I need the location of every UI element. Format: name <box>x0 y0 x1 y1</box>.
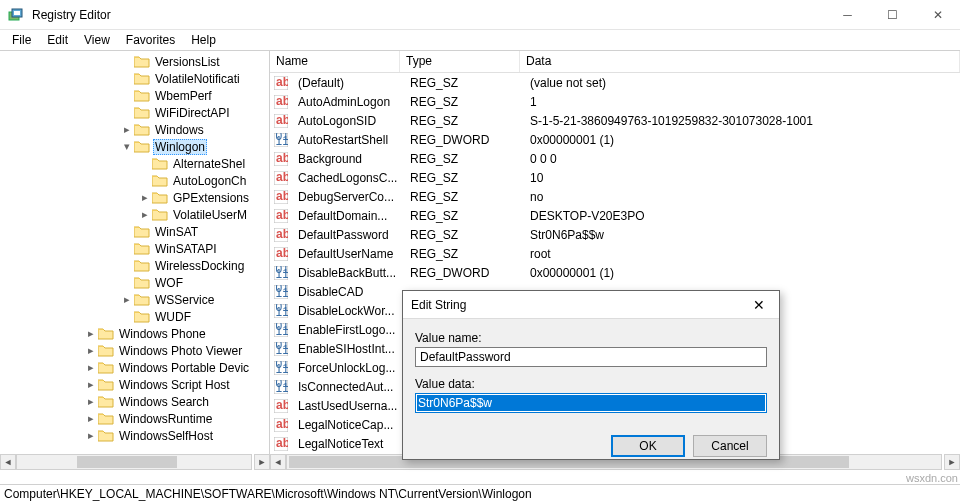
value-data-label: Value data: <box>415 377 767 391</box>
list-row[interactable]: abBackgroundREG_SZ0 0 0 <box>270 149 960 168</box>
expander-icon[interactable]: ▸ <box>120 293 134 306</box>
cancel-button[interactable]: Cancel <box>693 435 767 457</box>
value-name: LastUsedUserna... <box>292 399 404 413</box>
tree-item[interactable]: WOF <box>2 274 269 291</box>
value-type: REG_SZ <box>404 247 524 261</box>
scroll-left-list[interactable]: ◄ <box>270 454 286 470</box>
list-row[interactable]: ab(Default)REG_SZ(value not set) <box>270 73 960 92</box>
tree-item[interactable]: WUDF <box>2 308 269 325</box>
tree-item[interactable]: WiFiDirectAPI <box>2 104 269 121</box>
tree-item[interactable]: ▸Windows <box>2 121 269 138</box>
folder-icon <box>134 242 150 256</box>
tree-item[interactable]: WinSAT <box>2 223 269 240</box>
value-name: AutoRestartShell <box>292 133 404 147</box>
tree-item[interactable]: ▸WindowsRuntime <box>2 410 269 427</box>
scroll-track-tree[interactable] <box>16 454 252 470</box>
svg-text:ab: ab <box>276 152 288 165</box>
column-type[interactable]: Type <box>400 51 520 72</box>
tree-label: VolatileNotificati <box>153 72 242 86</box>
edit-string-dialog: Edit String ✕ Value name: Value data: St… <box>402 290 780 460</box>
list-row[interactable]: abAutoLogonSIDREG_SZS-1-5-21-3860949763-… <box>270 111 960 130</box>
menu-favorites[interactable]: Favorites <box>118 31 183 49</box>
list-row[interactable]: 011110DisableBackButt...REG_DWORD0x00000… <box>270 263 960 282</box>
value-data-input[interactable]: Str0N6Pa$$w <box>415 393 767 413</box>
svg-text:110: 110 <box>276 286 289 299</box>
ok-button[interactable]: OK <box>611 435 685 457</box>
value-data: 0x00000001 (1) <box>524 133 960 147</box>
list-header[interactable]: Name Type Data <box>270 51 960 73</box>
list-row[interactable]: abAutoAdminLogonREG_SZ1 <box>270 92 960 111</box>
expander-icon[interactable]: ▸ <box>84 344 98 357</box>
tree-item[interactable]: ▸Windows Search <box>2 393 269 410</box>
tree-item[interactable]: WirelessDocking <box>2 257 269 274</box>
expander-icon[interactable]: ▸ <box>120 123 134 136</box>
column-name[interactable]: Name <box>270 51 400 72</box>
tree-pane[interactable]: VersionsListVolatileNotificatiWbemPerfWi… <box>0 51 270 470</box>
expander-icon[interactable]: ▸ <box>138 208 152 221</box>
scroll-right-tree[interactable]: ► <box>254 454 270 470</box>
expander-icon[interactable]: ▸ <box>84 327 98 340</box>
minimize-button[interactable]: ─ <box>825 0 870 30</box>
tree-label: WUDF <box>153 310 193 324</box>
svg-text:ab: ab <box>276 190 288 203</box>
scroll-right-list[interactable]: ► <box>944 454 960 470</box>
tree-item[interactable]: VersionsList <box>2 53 269 70</box>
tree-item[interactable]: WbemPerf <box>2 87 269 104</box>
list-row[interactable]: abDebugServerCo...REG_SZno <box>270 187 960 206</box>
tree-item[interactable]: ▸GPExtensions <box>2 189 269 206</box>
maximize-button[interactable]: ☐ <box>870 0 915 30</box>
expander-icon[interactable]: ▾ <box>120 140 134 153</box>
list-row[interactable]: 011110AutoRestartShellREG_DWORD0x0000000… <box>270 130 960 149</box>
value-icon: ab <box>274 76 288 90</box>
tree-item[interactable]: ▾Winlogon <box>2 138 269 155</box>
tree-item[interactable]: AutoLogonCh <box>2 172 269 189</box>
svg-rect-2 <box>14 11 20 15</box>
expander-icon[interactable]: ▸ <box>84 412 98 425</box>
tree-label: WindowsRuntime <box>117 412 214 426</box>
expander-icon[interactable]: ▸ <box>84 395 98 408</box>
menu-file[interactable]: File <box>4 31 39 49</box>
folder-icon <box>134 276 150 290</box>
dialog-titlebar[interactable]: Edit String ✕ <box>403 291 779 319</box>
menu-help[interactable]: Help <box>183 31 224 49</box>
menu-view[interactable]: View <box>76 31 118 49</box>
folder-icon <box>134 106 150 120</box>
tree-item[interactable]: ▸Windows Script Host <box>2 376 269 393</box>
close-button[interactable]: ✕ <box>915 0 960 30</box>
folder-icon <box>134 259 150 273</box>
menu-edit[interactable]: Edit <box>39 31 76 49</box>
expander-icon[interactable]: ▸ <box>84 429 98 442</box>
tree-item[interactable]: ▸VolatileUserM <box>2 206 269 223</box>
list-row[interactable]: abDefaultDomain...REG_SZDESKTOP-V20E3PO <box>270 206 960 225</box>
dialog-close-icon[interactable]: ✕ <box>747 297 771 313</box>
list-row[interactable]: abDefaultPasswordREG_SZStr0N6Pa$$w <box>270 225 960 244</box>
value-name-input[interactable] <box>415 347 767 367</box>
tree-label: WSService <box>153 293 216 307</box>
tree-item[interactable]: ▸Windows Portable Devic <box>2 359 269 376</box>
tree-item[interactable]: VolatileNotificati <box>2 70 269 87</box>
svg-text:ab: ab <box>276 437 288 450</box>
tree-label: WiFiDirectAPI <box>153 106 232 120</box>
list-row[interactable]: abDefaultUserNameREG_SZroot <box>270 244 960 263</box>
tree-label: GPExtensions <box>171 191 251 205</box>
tree-item[interactable]: ▸Windows Phone <box>2 325 269 342</box>
list-row[interactable]: abCachedLogonsC...REG_SZ10 <box>270 168 960 187</box>
expander-icon[interactable]: ▸ <box>84 361 98 374</box>
tree-item[interactable]: ▸WindowsSelfHost <box>2 427 269 444</box>
tree-item[interactable]: WinSATAPI <box>2 240 269 257</box>
tree-item[interactable]: AlternateShel <box>2 155 269 172</box>
value-icon: ab <box>274 114 288 128</box>
tree-item[interactable]: ▸Windows Photo Viewer <box>2 342 269 359</box>
svg-text:ab: ab <box>276 114 288 127</box>
value-name: EnableFirstLogo... <box>292 323 404 337</box>
value-type: REG_SZ <box>404 114 524 128</box>
column-data[interactable]: Data <box>520 51 960 72</box>
value-name: DisableLockWor... <box>292 304 404 318</box>
expander-icon[interactable]: ▸ <box>138 191 152 204</box>
scroll-left-tree[interactable]: ◄ <box>0 454 16 470</box>
tree-label: AutoLogonCh <box>171 174 248 188</box>
expander-icon[interactable]: ▸ <box>84 378 98 391</box>
value-name: LegalNoticeCap... <box>292 418 404 432</box>
tree-item[interactable]: ▸WSService <box>2 291 269 308</box>
value-icon: 011110 <box>274 285 288 299</box>
